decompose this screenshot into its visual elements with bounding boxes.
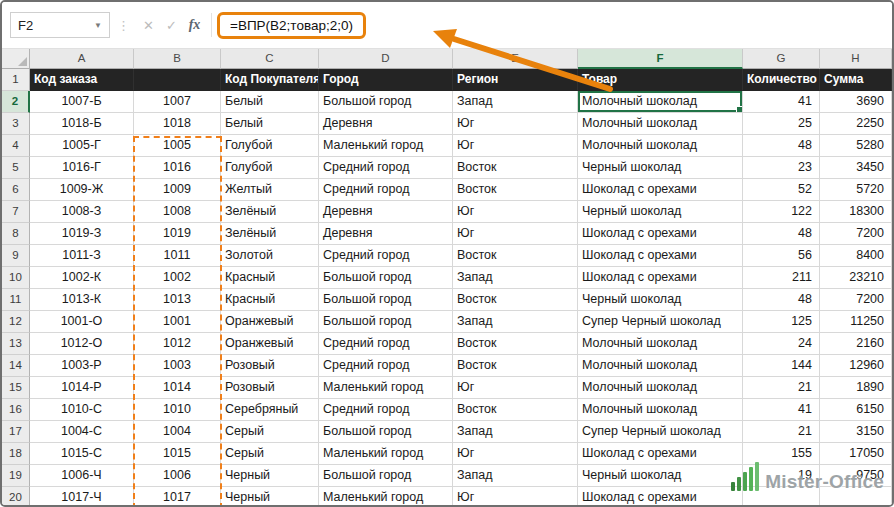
cell[interactable]: Маленький город (319, 443, 453, 465)
cell[interactable]: Юг (453, 135, 578, 157)
cell[interactable]: 48 (743, 223, 820, 245)
cell[interactable]: 8400 (820, 245, 892, 267)
cell[interactable]: Золотой (221, 245, 319, 267)
cell[interactable]: Красный (221, 289, 319, 311)
cell[interactable]: Количество (743, 69, 820, 91)
cell[interactable]: 41 (743, 399, 820, 421)
cell[interactable]: 21 (743, 421, 820, 443)
column-header-F[interactable]: F (578, 49, 743, 69)
column-header-G[interactable]: G (743, 49, 820, 69)
cell[interactable]: Молочный шоколад (578, 135, 743, 157)
cell[interactable]: Средний город (319, 157, 453, 179)
cell[interactable]: 211 (743, 267, 820, 289)
cell[interactable]: 3150 (820, 421, 892, 443)
cell[interactable]: 1019 (134, 223, 221, 245)
row-number[interactable]: 10 (2, 267, 30, 289)
cell[interactable]: Красный (221, 267, 319, 289)
cell[interactable]: 52 (743, 179, 820, 201)
cell[interactable]: Запад (453, 91, 578, 113)
cell[interactable]: 5280 (820, 135, 892, 157)
cell[interactable]: Черный шоколад (578, 201, 743, 223)
cell[interactable]: Зелёный (221, 201, 319, 223)
cell[interactable]: Деревня (319, 113, 453, 135)
cell[interactable]: Молочный шоколад (578, 333, 743, 355)
row-number[interactable]: 1 (2, 69, 30, 91)
cell[interactable]: 56 (743, 245, 820, 267)
cell[interactable]: Юг (453, 113, 578, 135)
cell[interactable]: 1018-Б (30, 113, 134, 135)
cell[interactable]: 1890 (820, 377, 892, 399)
row-number[interactable]: 3 (2, 113, 30, 135)
cell[interactable]: 144 (743, 355, 820, 377)
cell[interactable]: Юг (453, 443, 578, 465)
cell[interactable]: 11250 (820, 311, 892, 333)
cell[interactable]: 1002-К (30, 267, 134, 289)
cell[interactable]: Черный шоколад (578, 289, 743, 311)
cell[interactable]: 2160 (820, 333, 892, 355)
enter-icon[interactable]: ✓ (160, 18, 183, 33)
cell[interactable]: 1005 (134, 135, 221, 157)
cell[interactable]: 1013 (134, 289, 221, 311)
cell[interactable]: Восток (453, 355, 578, 377)
cell[interactable]: Маленький город (319, 377, 453, 399)
cell[interactable]: 21 (743, 377, 820, 399)
row-number[interactable]: 19 (2, 465, 30, 487)
cell[interactable]: Голубой (221, 157, 319, 179)
cell[interactable]: 48 (743, 135, 820, 157)
cell[interactable]: Зелёный (221, 223, 319, 245)
cell[interactable]: 3690 (820, 91, 892, 113)
cell[interactable]: Оранжевый (221, 311, 319, 333)
cell[interactable]: Голубой (221, 135, 319, 157)
cell[interactable]: 18300 (820, 201, 892, 223)
row-number[interactable]: 5 (2, 157, 30, 179)
cell[interactable]: Черный (221, 465, 319, 487)
cell[interactable]: 1009 (134, 179, 221, 201)
column-header-E[interactable]: E (453, 49, 578, 69)
row-number[interactable]: 4 (2, 135, 30, 157)
cell[interactable]: 1004 (134, 421, 221, 443)
row-number[interactable]: 7 (2, 201, 30, 223)
cell[interactable]: Регион (453, 69, 578, 91)
cell[interactable]: 7200 (820, 223, 892, 245)
cell[interactable]: Код заказа (30, 69, 134, 91)
cell[interactable]: Код Покупателя (221, 69, 319, 91)
cell[interactable]: 1014-Р (30, 377, 134, 399)
row-number[interactable]: 6 (2, 179, 30, 201)
cell[interactable]: Запад (453, 421, 578, 443)
row-number[interactable]: 18 (2, 443, 30, 465)
cell[interactable]: 1008-З (30, 201, 134, 223)
cell[interactable]: 1016-Г (30, 157, 134, 179)
cell[interactable]: Большой город (319, 465, 453, 487)
cell[interactable]: Молочный шоколад (578, 113, 743, 135)
row-number[interactable]: 17 (2, 421, 30, 443)
row-number[interactable]: 13 (2, 333, 30, 355)
cell[interactable]: 5720 (820, 179, 892, 201)
cell[interactable]: 1004-С (30, 421, 134, 443)
cell[interactable]: Серый (221, 443, 319, 465)
column-header-D[interactable]: D (319, 49, 453, 69)
cell[interactable]: 1019-З (30, 223, 134, 245)
cell[interactable]: Восток (453, 333, 578, 355)
cell[interactable]: 1008 (134, 201, 221, 223)
cell[interactable]: 122 (743, 201, 820, 223)
cell[interactable]: Серебряный (221, 399, 319, 421)
cell[interactable]: 1011-З (30, 245, 134, 267)
cell[interactable]: Юг (453, 487, 578, 507)
cell[interactable]: Молочный шоколад (578, 377, 743, 399)
cell[interactable]: Юг (453, 201, 578, 223)
cell[interactable]: 1013-К (30, 289, 134, 311)
cell[interactable]: Супер Черный шоколад (578, 421, 743, 443)
cell[interactable]: Шоколад с орехами (578, 223, 743, 245)
cell[interactable]: Запад (453, 311, 578, 333)
cell[interactable]: Средний город (319, 399, 453, 421)
cell[interactable]: Юг (453, 377, 578, 399)
cell[interactable]: Большой город (319, 91, 453, 113)
row-number[interactable]: 2 (2, 91, 30, 113)
cell[interactable]: 1002 (134, 267, 221, 289)
cell[interactable]: Восток (453, 399, 578, 421)
row-number[interactable]: 9 (2, 245, 30, 267)
cell[interactable]: 23210 (820, 267, 892, 289)
cell[interactable]: Оранжевый (221, 333, 319, 355)
cell[interactable]: 1015 (134, 443, 221, 465)
cell[interactable]: 23 (743, 157, 820, 179)
